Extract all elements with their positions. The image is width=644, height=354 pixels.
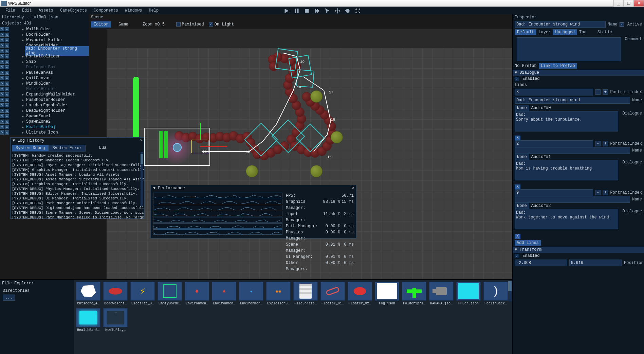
transform-section-header[interactable]: ▼ Transform [513,246,644,253]
dialogue-remove-button[interactable]: X [515,136,520,140]
step-button[interactable] [313,7,321,15]
tag-value[interactable]: Untagged [553,29,577,35]
hierarchy-item[interactable]: vʌ▸DeadweightHolder [0,108,89,113]
hierarchy-item[interactable]: vʌ▸WindHolder [0,81,89,86]
dialogue-text-input[interactable]: Dad: Sorry about the turbulence. [515,111,618,131]
add-lines-button[interactable]: Add Lines [515,240,541,246]
hierarchy-item[interactable]: vʌ▸PauseCanvas [0,70,89,75]
dialogue-enabled-checkbox[interactable] [515,77,519,81]
asset-item[interactable]: EmptyBorde… [158,282,182,305]
pi-minus-button[interactable]: - [595,141,601,146]
inspector-name-input[interactable] [515,21,606,28]
window-minimize-button[interactable]: _ [613,0,624,7]
rotate-tool[interactable] [344,7,351,15]
hierarchy-item[interactable]: vʌDad: Encounter strong wind [0,48,89,54]
menu-windows[interactable]: Windows [122,7,145,14]
asset-scrollbar[interactable] [508,281,512,301]
log-close-button[interactable]: × [140,138,143,143]
hierarchy-item[interactable]: vʌ▸QuitCanvas [0,75,89,81]
gizmo-y-axis[interactable] [200,123,201,140]
comment-input[interactable] [517,37,621,61]
lines-plus-button[interactable]: + [603,89,608,95]
asset-item[interactable]: HPBar.json [456,282,481,305]
dialogue-text-input[interactable]: Dad: Mom is having trouble breathing. [515,160,618,180]
hierarchy-item[interactable]: vʌ▸PusShooterHolder [0,97,89,103]
stop-button[interactable] [303,7,311,15]
scale-tool[interactable] [354,7,362,15]
hierarchy-item[interactable]: vʌ▸WallHolder [0,26,89,32]
dialogue-remove-button[interactable]: X [515,184,520,189]
play-button[interactable] [283,7,290,15]
audio-none-button[interactable]: None [515,203,529,209]
menu-gameobjects[interactable]: GameObjects [57,7,90,14]
dialogue-text-input[interactable]: Dad: Work together to move against the w… [515,209,618,229]
on-light-checkbox[interactable] [209,22,213,26]
asset-item[interactable]: FileSprite… [293,282,318,305]
lines-count-input[interactable] [515,89,593,95]
scene-tab-game[interactable]: Game [116,21,131,28]
portrait-index-input[interactable] [515,140,593,147]
pi-minus-button[interactable]: - [595,190,601,195]
gizmo-x-axis[interactable] [200,146,227,147]
asset-item[interactable]: Deadweight… [103,282,128,305]
position-x-input[interactable] [515,260,567,266]
window-close-button[interactable]: × [634,0,644,7]
scene-tab-editor[interactable]: Editor [91,21,111,28]
asset-item[interactable]: HAHAHA.jso… [429,282,454,305]
asset-item[interactable]: FolderSpri… [402,282,426,305]
hierarchy-item[interactable]: vʌ▸SpawnZone1 [0,113,89,119]
hierarchy-item[interactable]: vʌ▸Ultimate Icon [0,130,89,135]
asset-item[interactable]: ⚡Electric_S… [130,282,155,305]
menu-components[interactable]: Components [91,7,121,14]
dialogue-name-input[interactable] [515,196,630,203]
dir-up-button[interactable]: ... [3,295,15,301]
asset-item[interactable]: ✺✺ExplosionS… [266,282,291,305]
log-scrollbar[interactable] [141,152,143,206]
audio-none-button[interactable]: None [515,154,529,160]
asset-item[interactable]: Cutscene_4… [76,282,100,305]
asset-item[interactable]: ······HowToPlay… [103,308,128,332]
hierarchy-item[interactable]: vʌ▸SpawnZone2 [0,119,89,124]
asset-item[interactable]: ♦Environmen… [185,282,209,305]
asset-item[interactable]: )HealthBack… [483,282,508,305]
asset-item[interactable]: Floater_02… [348,282,372,305]
entry-title-input[interactable] [515,97,630,104]
pi-plus-button[interactable]: + [603,141,608,146]
lines-minus-button[interactable]: - [595,89,601,95]
dialogue-section-header[interactable]: ▼ Dialogue [513,69,644,76]
link-prefab-button[interactable]: Link to Prefab [539,63,577,69]
cursor-tool[interactable] [324,7,331,15]
asset-item[interactable]: Fog.json [375,282,399,305]
pi-plus-button[interactable]: + [603,190,608,195]
log-tab-lua[interactable]: Lua [96,145,110,152]
asset-item[interactable]: Floater_01… [320,282,345,305]
transform-enabled-checkbox[interactable] [515,254,519,258]
hierarchy-item[interactable]: vʌMetricHolder [0,86,89,92]
asset-item[interactable]: ▲Environmen… [212,282,236,305]
menu-file[interactable]: File [3,7,18,14]
position-y-input[interactable] [569,260,622,266]
asset-item[interactable]: ✦Environmen… [239,282,263,305]
hierarchy-item[interactable]: vʌ▸LatcherEggsHolder [0,103,89,108]
move-tool[interactable] [334,7,341,15]
log-tab-system-debug[interactable]: System Debug [12,145,49,152]
hierarchy-item[interactable]: vʌDialogue Box [0,65,89,70]
asset-item[interactable]: HealthBarB… [76,308,100,332]
layer-value[interactable]: Default [515,29,536,35]
remove-line-button[interactable]: X [515,234,520,239]
hierarchy-item[interactable]: vʌ▸Ship [0,59,89,65]
dialogue-name-input[interactable] [515,147,630,154]
hierarchy-item[interactable]: vʌ▸HealthBarObj [0,124,89,130]
hierarchy-item[interactable]: vʌ▸ExpandingWallsHolder [0,92,89,97]
window-maximize-button[interactable]: □ [624,0,634,7]
menu-help[interactable]: Help [146,7,162,14]
hierarchy-item[interactable]: vʌ▸Waypoint Holder [0,37,89,43]
log-tab-system-error[interactable]: System Error [49,145,85,152]
audio-none-button[interactable]: None [515,105,529,111]
menu-edit[interactable]: Edit [19,7,35,14]
hierarchy-item[interactable]: vʌ▸DoorHolder [0,32,89,37]
performance-close-button[interactable]: × [352,186,354,191]
menu-assets[interactable]: Assets [36,7,56,14]
active-checkbox[interactable] [620,22,624,27]
pause-button[interactable] [293,7,300,15]
